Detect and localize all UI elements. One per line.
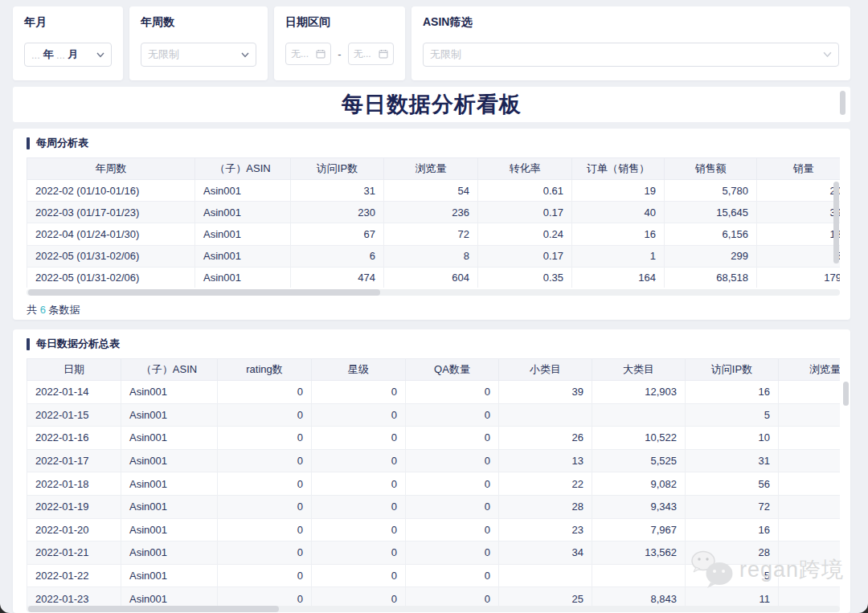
table-cell: 9,082 xyxy=(592,472,686,496)
table-row: 2022-03 (01/17-01/23)Asin0012302360.1740… xyxy=(27,202,841,223)
table-cell: 230 xyxy=(291,202,384,223)
daily-analysis-table: 日期（子）ASINrating数星级QA数量小类目大类目访问IP数浏览量2022… xyxy=(27,358,840,610)
table-cell: 56 xyxy=(686,472,779,496)
table-cell: 6 xyxy=(291,245,384,267)
table-cell xyxy=(779,472,841,496)
table-cell: 0 xyxy=(406,449,499,472)
table-cell: 0 xyxy=(312,495,406,518)
column-header: （子）ASIN xyxy=(121,359,218,381)
table-cell: Asin001 xyxy=(121,472,218,496)
table-cell: 39 xyxy=(499,381,592,404)
table-cell: 0 xyxy=(406,403,499,427)
table-cell: 5 xyxy=(686,403,779,427)
filter-label: ASIN筛选 xyxy=(423,15,839,30)
table-cell: 0.24 xyxy=(478,223,572,245)
start-date-input[interactable]: 无... xyxy=(285,43,331,65)
table-cell: 8 xyxy=(384,245,478,267)
month-placeholder: ... xyxy=(56,49,65,61)
weekly-analysis-table: 年周数（子）ASIN访问IP数浏览量转化率订单（销售）销售额销量2022-02 … xyxy=(27,157,840,288)
table-cell xyxy=(592,564,686,587)
table-cell xyxy=(779,381,841,404)
input-placeholder: 无... xyxy=(291,47,313,61)
horizontal-scrollbar-thumb[interactable] xyxy=(28,606,279,612)
table-cell: 0 xyxy=(312,403,406,427)
table-cell: Asin001 xyxy=(195,245,291,267)
table-cell: 2022-01-21 xyxy=(27,541,121,565)
column-header: 日期 xyxy=(27,359,121,381)
section-header: 每周分析表 xyxy=(27,137,840,149)
table-row: 2022-05 (01/31-02/06)Asin0014746040.3516… xyxy=(27,267,841,288)
table-row: 2022-01-20Asin001000237,96716 xyxy=(27,518,841,541)
table-cell: 2022-01-18 xyxy=(27,472,121,496)
table-cell xyxy=(779,449,841,472)
table-cell: 12,903 xyxy=(592,381,686,404)
record-count-line: 共 6 条数据 xyxy=(27,303,840,317)
asin-filter-select[interactable]: 无限制 xyxy=(423,43,839,67)
year-month-select[interactable]: ... 年 ... 月 xyxy=(24,43,112,67)
table-cell: 0 xyxy=(406,427,499,450)
section-title-weekly: 每周分析表 xyxy=(36,136,88,150)
table-cell xyxy=(779,564,841,587)
table-cell xyxy=(499,403,592,427)
table-cell: 0 xyxy=(312,449,406,472)
filter-card-year-week: 年周数 无限制 xyxy=(129,6,268,80)
table-cell: 6,156 xyxy=(665,223,757,245)
table-cell: 2022-05 (01/31-02/06) xyxy=(27,245,195,267)
table-cell xyxy=(592,403,686,427)
vertical-scrollbar-thumb[interactable] xyxy=(840,91,845,115)
month-unit-label: 月 xyxy=(68,47,79,62)
end-date-input[interactable]: 无... xyxy=(348,43,394,65)
table-cell: 0.35 xyxy=(478,267,572,288)
table-row: 2022-01-16Asin0010002610,52210 xyxy=(27,427,841,450)
table-cell: 20 xyxy=(757,180,841,202)
table-cell: Asin001 xyxy=(195,180,291,202)
column-header: 订单（销售） xyxy=(572,158,665,180)
select-placeholder: 无限制 xyxy=(148,47,179,62)
table-cell: Asin001 xyxy=(121,518,218,541)
vertical-scrollbar-thumb[interactable] xyxy=(833,182,839,264)
table-cell: 0 xyxy=(218,403,312,427)
table-cell: 0 xyxy=(218,449,312,472)
table-cell: 0 xyxy=(312,427,406,450)
table-cell: 2022-05 (01/31-02/06) xyxy=(27,267,195,288)
table-cell: 0 xyxy=(218,541,312,565)
table-cell: 0 xyxy=(312,518,406,541)
section-title-daily: 每日数据分析总表 xyxy=(36,337,120,351)
table-cell: 236 xyxy=(384,202,478,223)
table-cell: 0 xyxy=(312,381,406,404)
table-cell: 16 xyxy=(572,223,665,245)
record-count-prefix: 共 xyxy=(27,304,40,316)
table-cell: 2022-01-15 xyxy=(27,403,121,427)
input-placeholder: 无... xyxy=(354,47,375,61)
filter-card-year-month: 年月 ... 年 ... 月 xyxy=(13,6,123,80)
table-cell xyxy=(779,518,841,541)
column-header: 访问IP数 xyxy=(686,359,779,381)
table-cell: 2022-03 (01/17-01/23) xyxy=(27,202,195,223)
weekly-section-card: 每周分析表 年周数（子）ASIN访问IP数浏览量转化率订单（销售）销售额销量20… xyxy=(13,129,850,320)
table-row: 2022-01-18Asin001000229,08256 xyxy=(27,472,841,496)
header-row: 日期（子）ASINrating数星级QA数量小类目大类目访问IP数浏览量 xyxy=(27,359,841,381)
table-cell: Asin001 xyxy=(121,541,218,565)
title-strip: 每日数据分析看板 xyxy=(13,87,850,122)
table-row: 2022-01-19Asin001000289,34372 xyxy=(27,495,841,518)
table-cell: 0 xyxy=(218,564,312,587)
weekly-table-viewport: 年周数（子）ASIN访问IP数浏览量转化率订单（销售）销售额销量2022-02 … xyxy=(27,157,840,288)
filter-label: 年月 xyxy=(24,15,112,30)
table-cell: 0 xyxy=(218,427,312,450)
horizontal-scrollbar[interactable] xyxy=(27,606,840,612)
table-cell: 2022-01-17 xyxy=(27,449,121,472)
table-cell: 1 xyxy=(572,245,665,267)
table-cell: 18 xyxy=(757,223,841,245)
table-cell: Asin001 xyxy=(121,449,218,472)
table-cell: 0 xyxy=(312,564,406,587)
column-header: 销售额 xyxy=(665,158,757,180)
calendar-icon xyxy=(379,49,388,59)
table-cell: 0 xyxy=(406,472,499,496)
table-cell: 26 xyxy=(499,427,592,450)
vertical-scrollbar-thumb[interactable] xyxy=(843,382,849,406)
horizontal-scrollbar-thumb[interactable] xyxy=(28,289,380,296)
table-cell: 22 xyxy=(499,472,592,496)
year-week-select[interactable]: 无限制 xyxy=(141,43,256,67)
horizontal-scrollbar[interactable] xyxy=(27,289,840,296)
table-cell: 19 xyxy=(572,180,665,202)
